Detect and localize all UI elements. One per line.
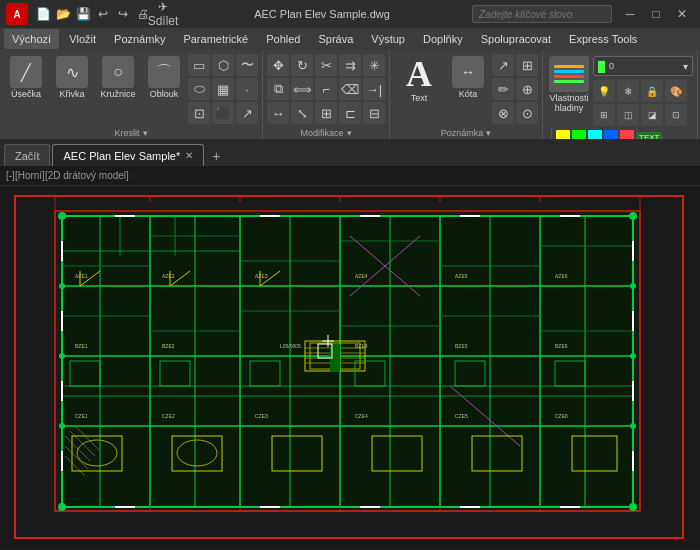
svg-point-116 <box>59 283 65 289</box>
tool-krivka-label: Křivka <box>59 90 84 100</box>
tool-point[interactable]: · <box>236 78 258 100</box>
tool-revision[interactable]: ↗ <box>236 102 258 124</box>
menu-poznamky[interactable]: Poznámky <box>106 29 173 49</box>
open-button[interactable]: 📂 <box>54 5 72 23</box>
tool-layer-on[interactable]: 💡 <box>593 80 615 102</box>
tool-usecka[interactable]: ╱ Úsečka <box>4 54 48 102</box>
tool-hatch[interactable]: ▦ <box>212 78 234 100</box>
tool-walk[interactable]: ⊡ <box>665 104 687 126</box>
canvas-area[interactable]: AZE1 AZE2 AZE3 AZE4 AZE5 AZE6 BZE1 BZE2 … <box>0 186 700 548</box>
tool-center[interactable]: ⊕ <box>516 78 538 100</box>
autocad-logo[interactable]: A <box>6 3 28 25</box>
tool-scale[interactable]: ⤡ <box>291 102 313 124</box>
viewport-label-text: [-][Horní][2D drátový model] <box>6 170 129 181</box>
tool-trim[interactable]: ✂ <box>315 54 337 76</box>
color-cyan[interactable] <box>588 130 602 140</box>
tool-unisolate[interactable]: ◪ <box>641 104 663 126</box>
modifikace-label[interactable]: Modifikace▾ <box>267 126 385 140</box>
tool-oblouk[interactable]: ⌒ Oblouk <box>142 54 186 102</box>
tool-wipeout[interactable]: ⬛ <box>212 102 234 124</box>
poznamka-tools: A Text ↔ Kóta ↗ ⊞ ✏ ⊕ ⊗ ⊙ <box>394 54 538 126</box>
tool-krivka[interactable]: ∿ Křivka <box>50 54 94 102</box>
close-button[interactable]: ✕ <box>670 5 694 23</box>
tab-bar: Začít AEC Plan Elev Sample* ✕ + <box>0 140 700 166</box>
tool-poly[interactable]: ⬡ <box>212 54 234 76</box>
ribbon-group-poznamka: A Text ↔ Kóta ↗ ⊞ ✏ ⊕ ⊗ ⊙ <box>390 50 543 139</box>
tool-explode[interactable]: ✳ <box>363 54 385 76</box>
svg-text:AZE4: AZE4 <box>355 273 368 279</box>
color-yellow[interactable] <box>556 130 570 140</box>
tool-spline[interactable]: 〜 <box>236 54 258 76</box>
tool-mirror[interactable]: ⟺ <box>291 78 313 100</box>
menu-parametricke[interactable]: Parametrické <box>175 29 256 49</box>
tab-aec-plan[interactable]: AEC Plan Elev Sample* ✕ <box>52 144 204 166</box>
menu-sprava[interactable]: Správa <box>310 29 361 49</box>
layer-dropdown[interactable]: █ 0 ▾ <box>593 56 693 76</box>
minimize-button[interactable]: ─ <box>618 5 642 23</box>
search-input[interactable] <box>472 5 612 23</box>
tool-offset[interactable]: ⇉ <box>339 54 361 76</box>
share-button[interactable]: ✈ Sdílet <box>154 5 172 23</box>
tool-kota[interactable]: ↔ Kóta <box>446 54 490 102</box>
tool-layer-freeze[interactable]: ❄ <box>617 80 639 102</box>
tool-extend[interactable]: →| <box>363 78 385 100</box>
ribbon-group-modifikace: ✥ ↻ ✂ ⧉ ⟺ ⌐ ↔ ⤡ ⊞ ⇉ ✳ <box>263 50 390 139</box>
vlastnosti-label: Vlastnostihladiny <box>549 94 588 114</box>
tab-zacit[interactable]: Začít <box>4 144 50 166</box>
save-button[interactable]: 💾 <box>74 5 92 23</box>
menu-vystup[interactable]: Výstup <box>363 29 413 49</box>
tool-vlastnosti[interactable]: Vlastnostihladiny <box>547 54 591 116</box>
dimension-icon: ↔ <box>452 56 484 88</box>
menu-pohled[interactable]: Pohled <box>258 29 308 49</box>
tool-kruznice-label: Kružnice <box>100 90 135 100</box>
menu-doplnky[interactable]: Doplňky <box>415 29 471 49</box>
quick-access-toolbar: 📄 📂 💾 ↩ ↪ 🖨 ✈ Sdílet <box>34 5 172 23</box>
undo-button[interactable]: ↩ <box>94 5 112 23</box>
menu-vlozit[interactable]: Vložit <box>61 29 104 49</box>
tool-move[interactable]: ✥ <box>267 54 289 76</box>
tool-copy[interactable]: ⧉ <box>267 78 289 100</box>
svg-point-115 <box>629 503 637 511</box>
menu-vychozi[interactable]: Výchozí <box>4 29 59 49</box>
tool-region[interactable]: ⊡ <box>188 102 210 124</box>
tool-kruznice[interactable]: ○ Kružnice <box>96 54 140 102</box>
redo-button[interactable]: ↪ <box>114 5 132 23</box>
tool-text[interactable]: A Text <box>394 54 444 106</box>
tool-weld[interactable]: ⊗ <box>492 102 514 124</box>
tool-tol[interactable]: ⊙ <box>516 102 538 124</box>
tool-markup[interactable]: ✏ <box>492 78 514 100</box>
tool-ellipse[interactable]: ⬭ <box>188 78 210 100</box>
svg-point-112 <box>58 212 66 220</box>
tool-erase[interactable]: ⌫ <box>339 78 361 100</box>
floor-plan-svg: AZE1 AZE2 AZE3 AZE4 AZE5 AZE6 BZE1 BZE2 … <box>0 186 700 546</box>
tool-fillet[interactable]: ⌐ <box>315 78 337 100</box>
tool-rotate[interactable]: ↻ <box>291 54 313 76</box>
tab-close-icon[interactable]: ✕ <box>185 150 193 161</box>
maximize-button[interactable]: □ <box>644 5 668 23</box>
tool-layer-lock[interactable]: 🔒 <box>641 80 663 102</box>
tool-layer-color[interactable]: 🎨 <box>665 80 687 102</box>
tool-match[interactable]: ⊞ <box>593 104 615 126</box>
tab-aec-label: AEC Plan Elev Sample* <box>63 150 180 162</box>
tool-isol[interactable]: ◫ <box>617 104 639 126</box>
color-red[interactable] <box>620 130 634 140</box>
tool-leader[interactable]: ↗ <box>492 54 514 76</box>
svg-point-120 <box>59 423 65 429</box>
color-green[interactable] <box>572 130 586 140</box>
tool-join[interactable]: ⊏ <box>339 102 361 124</box>
ribbon-group-kreslit: ╱ Úsečka ∿ Křivka ○ Kružnice ⌒ Oblouk ▭ … <box>0 50 263 139</box>
circle-icon: ○ <box>102 56 134 88</box>
tool-table[interactable]: ⊞ <box>516 54 538 76</box>
tool-text-label: Text <box>411 94 428 104</box>
new-button[interactable]: 📄 <box>34 5 52 23</box>
tool-stretch[interactable]: ↔ <box>267 102 289 124</box>
menu-express-tools[interactable]: Express Tools <box>561 29 645 49</box>
tool-array[interactable]: ⊞ <box>315 102 337 124</box>
kreslit-label[interactable]: Kreslit▾ <box>4 126 258 140</box>
tab-add-button[interactable]: + <box>206 146 226 166</box>
poznamka-label[interactable]: Poznámka▾ <box>394 126 538 140</box>
color-blue[interactable] <box>604 130 618 140</box>
tool-rect[interactable]: ▭ <box>188 54 210 76</box>
tool-break[interactable]: ⊟ <box>363 102 385 124</box>
menu-spolupracovat[interactable]: Spolupracovat <box>473 29 559 49</box>
